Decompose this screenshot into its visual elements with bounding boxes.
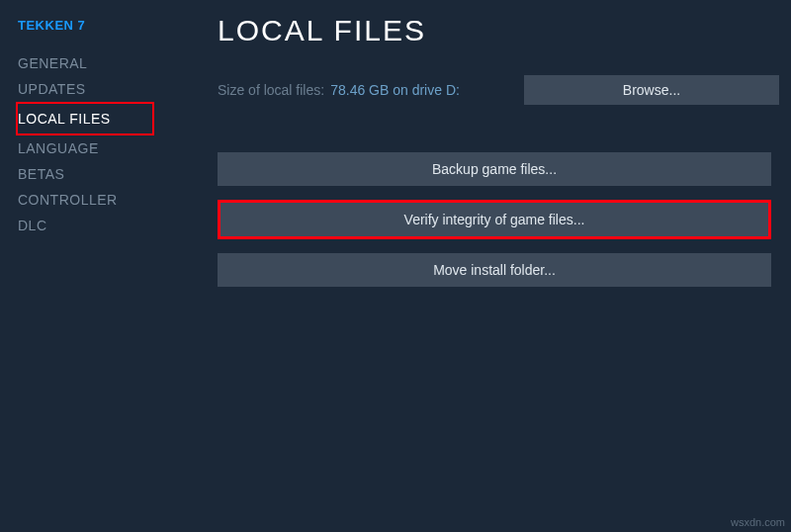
sidebar-item-dlc[interactable]: DLC xyxy=(18,213,47,238)
sidebar-item-betas[interactable]: BETAS xyxy=(18,161,64,187)
main-panel: LOCAL FILES Size of local files: 78.46 G… xyxy=(178,0,791,532)
highlight-verify: Verify integrity of game files... xyxy=(218,200,771,239)
backup-button[interactable]: Backup game files... xyxy=(218,152,771,186)
sidebar: TEKKEN 7 GENERAL UPDATES LOCAL FILES LAN… xyxy=(0,0,178,532)
sidebar-item-controller[interactable]: CONTROLLER xyxy=(18,187,118,213)
sidebar-item-language[interactable]: LANGUAGE xyxy=(18,135,99,161)
page-title: LOCAL FILES xyxy=(218,14,779,47)
browse-button[interactable]: Browse... xyxy=(524,75,779,105)
sidebar-item-local-files[interactable]: LOCAL FILES xyxy=(18,106,111,132)
size-row: Size of local files: 78.46 GB on drive D… xyxy=(218,75,779,105)
size-label: Size of local files: xyxy=(218,82,324,98)
sidebar-item-updates[interactable]: UPDATES xyxy=(18,76,86,102)
watermark: wsxdn.com xyxy=(731,516,785,528)
sidebar-item-general[interactable]: GENERAL xyxy=(18,50,87,76)
game-title: TEKKEN 7 xyxy=(18,18,178,33)
size-value: 78.46 GB on drive D: xyxy=(330,82,460,98)
verify-integrity-button[interactable]: Verify integrity of game files... xyxy=(220,203,768,236)
highlight-local-files: LOCAL FILES xyxy=(16,102,154,135)
move-folder-button[interactable]: Move install folder... xyxy=(218,253,771,287)
